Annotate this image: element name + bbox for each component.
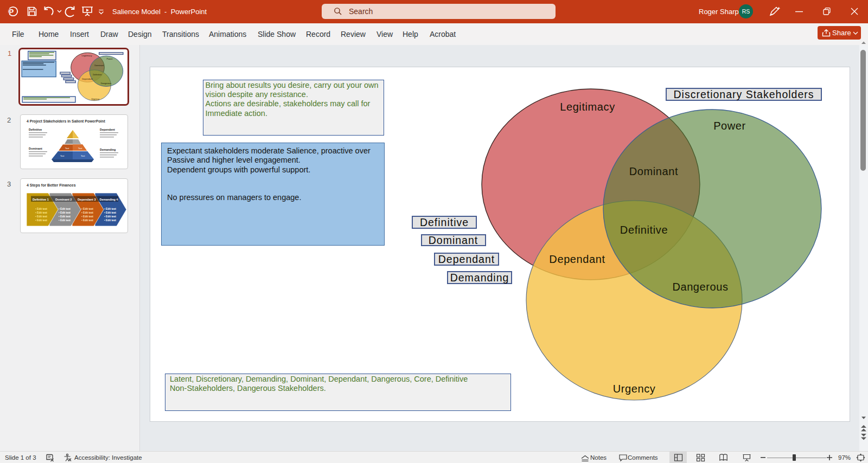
svg-text:Text: Text xyxy=(60,155,65,157)
svg-text:4 Project Stakeholders in Sali: 4 Project Stakeholders in Salient PowerP… xyxy=(27,119,105,124)
svg-text:Demanding 4: Demanding 4 xyxy=(100,198,118,201)
svg-text:• Edit text: • Edit text xyxy=(81,215,93,218)
svg-text:Dependant: Dependant xyxy=(82,78,93,80)
svg-text:• Edit text: • Edit text xyxy=(59,215,71,218)
svg-text:Legitimacy: Legitimacy xyxy=(81,54,92,57)
svg-text:• Edit text: • Edit text xyxy=(59,208,71,210)
svg-text:• Edit text: • Edit text xyxy=(81,211,93,214)
svg-text:Urgency: Urgency xyxy=(91,98,99,100)
svg-text:• Edit text: • Edit text xyxy=(104,219,116,222)
svg-text:Definitive 1: Definitive 1 xyxy=(33,198,49,201)
svg-text:• Edit text: • Edit text xyxy=(35,211,47,214)
svg-text:• Edit text: • Edit text xyxy=(104,211,116,214)
svg-text:Definitive: Definitive xyxy=(93,73,102,76)
svg-text:Dominant 2: Dominant 2 xyxy=(55,198,72,201)
svg-text:Dangerous: Dangerous xyxy=(101,82,111,85)
svg-text:• Edit text: • Edit text xyxy=(104,208,116,210)
svg-text:Definitive: Definitive xyxy=(29,128,42,131)
svg-text:P: P xyxy=(9,8,14,16)
svg-text:• Edit text: • Edit text xyxy=(59,219,71,222)
svg-text:• Edit text: • Edit text xyxy=(35,219,47,222)
svg-text:• Edit text: • Edit text xyxy=(59,211,71,214)
svg-text:Demanding: Demanding xyxy=(100,148,116,151)
svg-text:Text: Text xyxy=(65,147,69,150)
svg-text:Dependent: Dependent xyxy=(100,128,115,131)
svg-text:• Edit text: • Edit text xyxy=(81,208,93,210)
svg-text:Dominant: Dominant xyxy=(94,64,104,67)
svg-text:• Edit text: • Edit text xyxy=(35,208,47,210)
svg-text:Text: Text xyxy=(78,147,82,150)
svg-text:4 Steps for Better Finances: 4 Steps for Better Finances xyxy=(27,183,76,188)
svg-text:• Edit text: • Edit text xyxy=(104,215,116,218)
svg-text:• Edit text: • Edit text xyxy=(81,219,93,222)
svg-text:• Edit text: • Edit text xyxy=(35,215,47,218)
svg-text:Power: Power xyxy=(107,57,113,60)
svg-text:Dependant 3: Dependant 3 xyxy=(78,198,96,201)
svg-text:Dominant: Dominant xyxy=(29,147,42,150)
svg-text:Text: Text xyxy=(81,155,85,157)
